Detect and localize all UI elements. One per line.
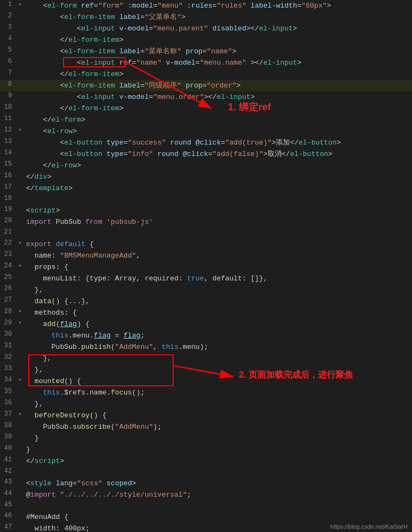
code-line-14: 14 <el-button type="info" round @click="… <box>0 148 412 160</box>
code-content: @import "./../../.././style/universal"; <box>24 489 412 500</box>
code-line-28: 28▾ methods: { <box>0 307 412 318</box>
code-line-31: 31 PubSub.publish("AddMenu", this.menu); <box>0 341 412 353</box>
fold-icon[interactable]: ▾ <box>16 307 24 315</box>
line-number: 5 <box>0 46 16 54</box>
line-number: 18 <box>0 194 16 202</box>
line-number: 39 <box>0 433 16 441</box>
fold-icon <box>16 160 24 167</box>
code-line-12: 12▾ <el-row> <box>0 126 412 137</box>
line-number: 4 <box>0 34 16 42</box>
code-line-13: 13 <el-button type="success" round @clic… <box>0 137 412 148</box>
line-number: 38 <box>0 421 16 429</box>
line-number: 20 <box>0 216 16 224</box>
code-content: <el-form-item label="父菜单名"> <box>24 11 412 23</box>
code-line-3: 3 <el-input v-model="menu.parent" disabl… <box>0 23 412 34</box>
code-line-1: 1▾ <el-form ref="form" :model="menu" :ru… <box>0 0 412 11</box>
code-line-40: 40 } <box>0 444 412 455</box>
code-content: #MenuAdd { <box>24 511 412 523</box>
line-number: 10 <box>0 103 16 111</box>
code-line-8: 8 <el-form-item label="同级顺序" prop="order… <box>0 80 412 91</box>
code-content: data() {...}, <box>24 296 412 307</box>
fold-icon[interactable]: ▾ <box>16 318 24 326</box>
code-content: <el-form-item label="菜单名称" prop="name"> <box>24 46 412 57</box>
code-line-39: 39 } <box>0 433 412 444</box>
code-content: <el-button type="success" round @click="… <box>24 137 412 148</box>
line-number: 36 <box>0 398 16 406</box>
line-number: 30 <box>0 330 16 338</box>
line-number: 29 <box>0 318 16 327</box>
fold-icon <box>16 455 24 462</box>
line-number: 13 <box>0 137 16 145</box>
code-content: <el-form-item label="同级顺序" prop="order"> <box>24 80 412 91</box>
fold-icon <box>16 228 24 235</box>
fold-icon[interactable]: ▾ <box>16 126 24 133</box>
fold-icon <box>16 341 24 348</box>
fold-icon <box>16 500 24 508</box>
line-number: 31 <box>0 341 16 349</box>
fold-icon <box>16 467 24 474</box>
line-number: 11 <box>0 114 16 122</box>
fold-icon[interactable]: ▾ <box>16 410 24 417</box>
code-line-10: 10 </el-form-item> <box>0 103 412 114</box>
code-content: <el-button type="info" round @click="add… <box>24 148 412 160</box>
code-content: this.menu.flag = flag; <box>24 330 412 341</box>
code-line-11: 11 </el-form> <box>0 114 412 126</box>
code-line-16: 16 </div> <box>0 171 412 183</box>
line-number: 44 <box>0 489 16 497</box>
code-content: add(flag) { <box>24 318 412 330</box>
fold-icon <box>16 444 24 451</box>
line-number: 16 <box>0 171 16 179</box>
fold-icon[interactable]: ▾ <box>16 375 24 383</box>
fold-icon <box>16 91 24 98</box>
code-content: PubSub.publish("AddMenu", this.menu); <box>24 341 412 353</box>
fold-icon <box>16 296 24 303</box>
fold-icon[interactable]: ▾ <box>16 261 24 269</box>
code-line-46: 46 #MenuAdd { <box>0 511 412 523</box>
code-content: this.$refs.name.focus(); <box>24 387 412 398</box>
code-line-26: 26 }, <box>0 284 412 296</box>
line-number: 27 <box>0 296 16 304</box>
code-line-22: 22▾export default { <box>0 239 412 250</box>
line-number: 9 <box>0 91 16 99</box>
code-line-30: 30 this.menu.flag = flag; <box>0 330 412 341</box>
line-number: 14 <box>0 148 16 157</box>
line-number: 22 <box>0 239 16 247</box>
fold-icon[interactable]: ▾ <box>16 239 24 246</box>
fold-icon <box>16 68 24 76</box>
code-content: </template> <box>24 183 412 194</box>
code-line-20: 20 import PubSub from 'pubsub-js' <box>0 216 412 228</box>
fold-icon <box>16 364 24 371</box>
fold-icon <box>16 46 24 53</box>
fold-icon <box>16 489 24 496</box>
code-line-15: 15 </el-row> <box>0 160 412 171</box>
code-line-44: 44 @import "./../../.././style/universal… <box>0 489 412 500</box>
code-line-21: 21 <box>0 228 412 239</box>
fold-icon <box>16 353 24 360</box>
code-content: name: "BMSMenuManageAdd", <box>24 250 412 261</box>
code-content: PubSub.subscribe("AddMenu"); <box>24 421 412 433</box>
fold-icon <box>16 478 24 485</box>
fold-icon <box>16 103 24 110</box>
line-number: 24 <box>0 261 16 270</box>
fold-icon[interactable]: ▾ <box>16 0 24 8</box>
code-content <box>24 228 412 229</box>
code-line-34: 34▾ mounted() { <box>0 375 412 387</box>
fold-icon <box>16 183 24 190</box>
line-number: 46 <box>0 511 16 520</box>
code-content: <el-input ref="name" v-model="menu.name"… <box>24 57 412 68</box>
line-number: 45 <box>0 500 16 509</box>
code-content: }, <box>24 364 412 375</box>
fold-icon <box>16 194 24 201</box>
fold-icon <box>16 421 24 428</box>
code-line-41: 41 </script> <box>0 455 412 467</box>
fold-icon <box>16 114 24 121</box>
fold-icon <box>16 284 24 291</box>
fold-icon <box>16 80 24 87</box>
code-content: }, <box>24 284 412 296</box>
fold-icon <box>16 330 24 337</box>
line-number: 12 <box>0 126 16 134</box>
fold-icon <box>16 433 24 440</box>
code-line-27: 27 data() {...}, <box>0 296 412 307</box>
code-line-18: 18 <box>0 194 412 205</box>
code-content: </script> <box>24 455 412 467</box>
